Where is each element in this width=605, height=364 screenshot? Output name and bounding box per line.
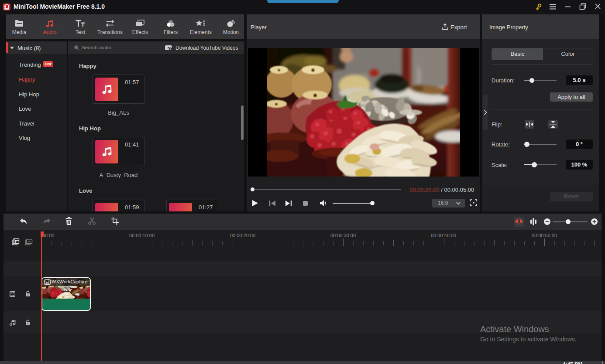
svg-text:+: + (14, 239, 17, 244)
